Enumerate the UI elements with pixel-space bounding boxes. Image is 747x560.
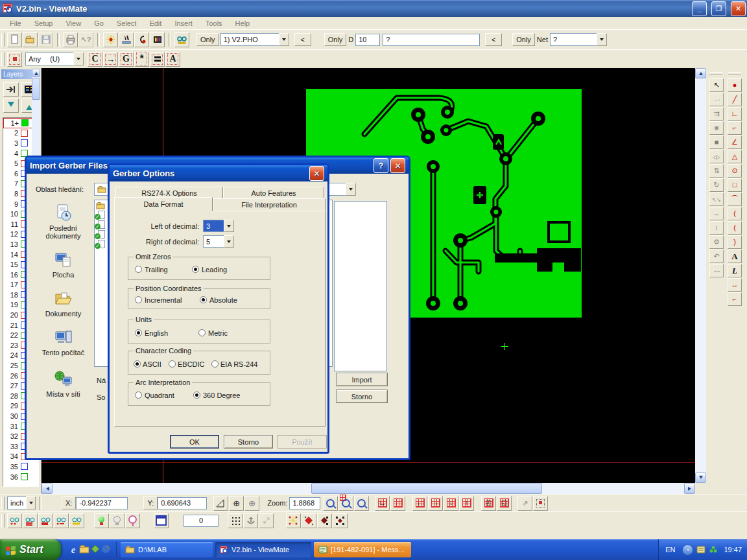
scroll-up-icon[interactable] [695,68,706,78]
grid-cross-button[interactable] [390,496,405,511]
layer-dock-button[interactable] [3,82,19,97]
line-tool[interactable] [728,93,742,106]
menu-help[interactable]: Help [230,18,256,29]
zoom-field[interactable]: 1.8868 [289,497,320,509]
left-decimal-combobox[interactable]: 3 [203,220,234,232]
highlight-selection-button[interactable] [7,52,22,67]
help-icon[interactable]: ? [374,158,388,173]
layer-color-swatch[interactable] [21,463,28,470]
corner-tool[interactable] [728,292,742,306]
snap-value-field[interactable]: 0 [184,515,219,527]
quicklaunch-app-icon[interactable] [90,544,101,555]
metric-radio[interactable] [198,329,206,336]
tray-green-icon[interactable] [709,545,718,555]
quadrant-radio[interactable] [135,391,142,399]
select-bars-button[interactable] [150,52,165,67]
net-combobox[interactable]: ? [550,33,607,46]
anchor-button[interactable] [243,513,258,528]
title-bar[interactable]: V2.bin - ViewMate _ ❐ ✕ [0,0,747,17]
leading-radio[interactable] [192,266,199,273]
select-tool[interactable] [709,78,724,92]
dcode-search-input[interactable]: ? [383,34,480,46]
menu-edit[interactable]: Edit [143,18,167,29]
close-icon[interactable]: ✕ [309,166,324,181]
replace-dcode-tool[interactable] [709,93,724,106]
film-layers-button[interactable] [150,32,165,47]
angle-ruler-button[interactable] [213,496,228,511]
only-layer-button[interactable]: Only [196,33,219,46]
pad-fill-tool[interactable] [709,121,724,135]
clock[interactable]: 19:47 [724,546,742,554]
new-file-button[interactable] [7,32,22,47]
place-network[interactable]: Místa v síti [32,369,94,398]
extract-tool[interactable] [709,264,724,277]
layer-color-swatch[interactable] [21,130,28,137]
move-selection-tool[interactable] [709,207,724,220]
view-sketch-button[interactable] [69,513,84,528]
zoom-lens-button[interactable] [323,496,338,511]
split-view-button[interactable] [154,513,169,528]
scroll-right-icon[interactable] [684,483,695,494]
inspect-glasses-button[interactable] [174,32,189,47]
dotted-select-button[interactable] [533,496,548,511]
tab-data-format[interactable]: Data Format [114,197,213,211]
menu-insert[interactable]: Insert [169,18,198,29]
measure-tools-button[interactable] [119,32,134,47]
probe-button[interactable] [125,513,140,528]
start-button[interactable]: Start [0,539,61,560]
restore-icon[interactable]: ❐ [711,1,726,16]
flip-vertical-tool[interactable] [709,164,724,178]
crosshair-button[interactable]: ⊕ [229,496,244,511]
toolbar-grip[interactable] [1,514,5,528]
place-desktop[interactable]: Plocha [32,250,94,279]
curve-tool[interactable] [728,207,742,220]
taskbar-task-message[interactable]: [191-482-091] - Mess... [314,542,411,557]
chevron-down-icon[interactable] [346,183,356,196]
filter-combobox[interactable]: Any(U) [25,52,84,65]
layers-scroll-thumb[interactable] [32,78,40,100]
toolbar-grip[interactable] [1,33,5,47]
scroll-up-icon[interactable] [32,69,40,77]
pattern-dark-button[interactable] [317,513,332,528]
pattern-mixed-button[interactable] [333,513,348,528]
angle-arc-tool[interactable] [728,135,742,149]
import-button[interactable]: Import [336,373,388,386]
tray-chevron-icon[interactable]: ‹ [682,544,693,555]
menu-file[interactable]: File [4,18,27,29]
toolbar-grip[interactable] [1,496,5,510]
locate-point-button[interactable]: ⊕ [244,496,259,511]
language-indicator[interactable]: EN [665,546,675,554]
select-g-button[interactable]: G [119,52,134,67]
place-documents[interactable]: Dokumenty [32,289,94,318]
undo-tool[interactable] [709,250,724,263]
eia-radio[interactable] [211,360,219,368]
layer-color-swatch[interactable] [21,139,28,146]
ok-button[interactable]: OK [170,435,219,449]
dcode-input[interactable]: 10 [355,34,380,46]
menu-view[interactable]: View [60,18,87,29]
chevron-down-icon[interactable] [597,33,607,46]
help-select-button[interactable]: ↖? [78,32,93,47]
close-icon[interactable]: ✕ [731,1,746,16]
scroll-down-icon[interactable] [695,472,706,483]
chord-tool[interactable] [728,192,742,206]
dimension-tool[interactable] [728,278,742,292]
palette-grip[interactable] [728,72,741,75]
settings-tool[interactable] [709,235,724,249]
chevron-down-icon[interactable] [279,33,289,46]
menu-go[interactable]: Go [88,18,110,29]
canvas-vertical-scrollbar[interactable] [695,68,706,483]
grid-corner-button[interactable]: ◰ [481,496,496,511]
x-coordinate-field[interactable]: -0.942237 [76,497,128,509]
menu-select[interactable]: Select [111,18,143,29]
open-file-button[interactable] [23,32,38,47]
highlight-on-button[interactable] [94,513,109,528]
text-tool[interactable] [728,250,742,263]
pan-right-button[interactable]: → [428,496,443,511]
layer-row[interactable]: 36 [3,472,38,482]
arc-point-tool[interactable] [728,221,742,235]
sketch-arc-tool[interactable] [728,235,742,249]
only-net-button[interactable]: Only [512,33,535,46]
trailing-radio[interactable] [135,266,142,273]
drag-measure-button[interactable] [259,513,274,528]
